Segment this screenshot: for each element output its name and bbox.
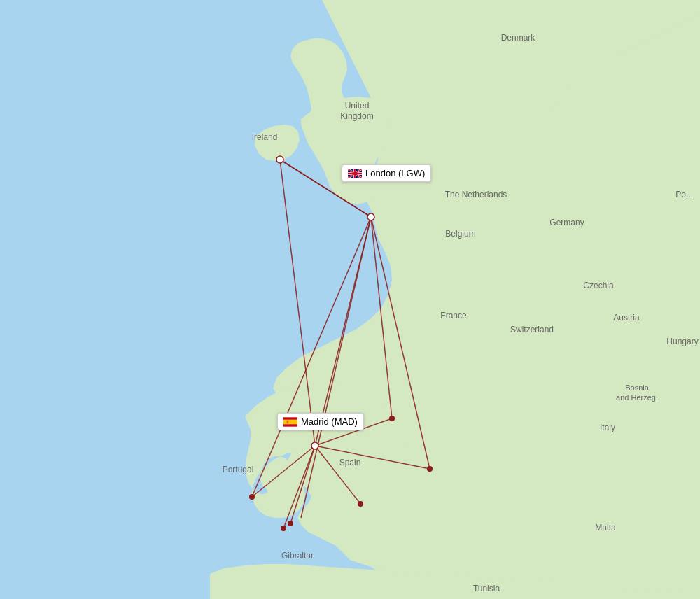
label-gibraltar: Gibraltar bbox=[281, 551, 314, 561]
label-germany: Germany bbox=[550, 218, 584, 227]
label-united-kingdom-2: Kingdom bbox=[340, 111, 373, 121]
map-container: Denmark United Kingdom Ireland The Nethe… bbox=[0, 0, 700, 599]
label-ireland: Ireland bbox=[252, 132, 278, 142]
label-belgium: Belgium bbox=[445, 229, 475, 239]
label-portugal: Portugal bbox=[223, 465, 254, 474]
svg-point-23 bbox=[249, 494, 255, 500]
svg-point-18 bbox=[276, 156, 284, 163]
svg-point-1 bbox=[368, 495, 388, 506]
map-svg: Denmark United Kingdom Ireland The Nethe… bbox=[0, 0, 700, 599]
svg-point-20 bbox=[312, 442, 318, 449]
label-france: France bbox=[440, 311, 467, 320]
svg-point-26 bbox=[358, 501, 363, 507]
svg-point-24 bbox=[288, 521, 293, 526]
label-bosnia-2: and Herzeg. bbox=[616, 393, 658, 402]
svg-point-25 bbox=[281, 526, 286, 531]
label-bosnia: Bosnia bbox=[625, 383, 650, 392]
label-united-kingdom: United bbox=[345, 101, 370, 111]
label-hungary: Hungary bbox=[666, 337, 698, 346]
label-italy: Italy bbox=[600, 423, 615, 432]
label-netherlands: The Netherlands bbox=[445, 190, 507, 199]
svg-point-2 bbox=[556, 449, 570, 474]
label-switzerland: Switzerland bbox=[510, 325, 554, 334]
label-tunisia: Tunisia bbox=[473, 584, 500, 593]
label-denmark: Denmark bbox=[501, 33, 536, 43]
svg-point-22 bbox=[427, 466, 433, 472]
label-czechia: Czechia bbox=[583, 281, 614, 290]
label-spain: Spain bbox=[340, 458, 361, 467]
label-austria: Austria bbox=[613, 313, 640, 323]
label-malta: Malta bbox=[595, 523, 616, 533]
label-poland: Po... bbox=[676, 190, 693, 199]
svg-point-21 bbox=[389, 416, 395, 421]
svg-point-19 bbox=[368, 213, 374, 220]
